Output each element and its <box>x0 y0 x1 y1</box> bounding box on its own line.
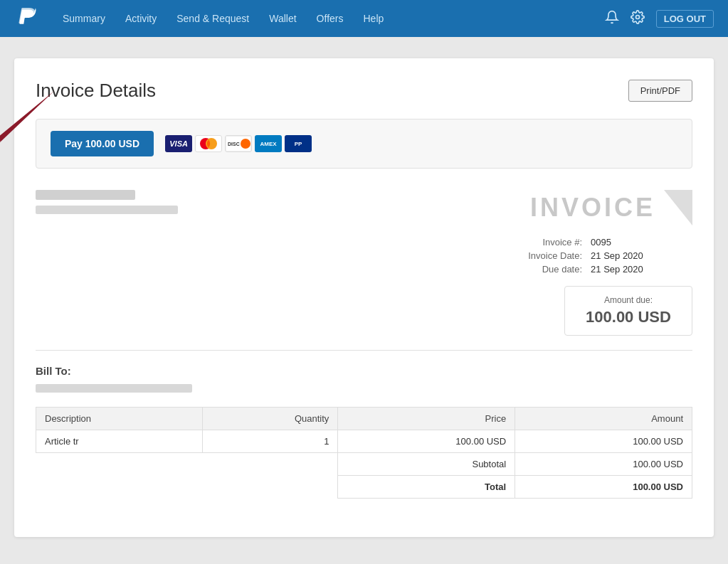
subtotal-label: Subtotal <box>338 453 515 476</box>
row-quantity: 1 <box>202 430 338 453</box>
navbar: Summary Activity Send & Request Wallet O… <box>0 0 728 37</box>
row-price: 100.00 USD <box>338 430 515 453</box>
logout-button[interactable]: LOG OUT <box>656 10 714 28</box>
invoice-number-label: Invoice #: <box>479 237 582 248</box>
row-amount: 100.00 USD <box>515 430 692 453</box>
invoice-card: Invoice Details Print/PDF Pay 100.00 USD… <box>14 58 714 537</box>
amount-due-label: Amount due: <box>579 295 677 305</box>
from-info <box>36 190 479 214</box>
nav-activity[interactable]: Activity <box>117 9 165 28</box>
nav-wallet[interactable]: Wallet <box>260 9 305 28</box>
subtotal-value: 100.00 USD <box>515 453 692 476</box>
total-empty <box>36 476 338 499</box>
row-description: Article tr <box>36 430 203 453</box>
amex-icon: AMEX <box>255 135 282 152</box>
col-quantity: Quantity <box>202 408 338 430</box>
invoice-body: INVOICE Invoice #: 0095 Invoice Date: 21… <box>36 190 692 499</box>
amount-due-value: 100.00 USD <box>579 308 677 326</box>
invoice-watermark: INVOICE <box>479 190 692 225</box>
settings-icon[interactable] <box>631 10 645 28</box>
sender-email-redacted <box>36 206 178 214</box>
subtotal-empty <box>36 453 338 476</box>
due-date-value: 21 Sep 2020 <box>591 264 692 275</box>
mastercard-icon <box>195 135 222 152</box>
section-divider <box>36 350 692 351</box>
pay-section: Pay 100.00 USD VISA DISC <box>36 119 692 169</box>
invoice-title: Invoice Details <box>36 80 156 102</box>
paper-corner-icon <box>664 190 692 225</box>
sender-name-redacted <box>36 190 135 200</box>
bill-to-label: Bill To: <box>36 365 692 377</box>
total-label: Total <box>338 476 515 499</box>
invoice-info-section: INVOICE Invoice #: 0095 Invoice Date: 21… <box>479 190 692 336</box>
paypal-card-icon: PP <box>285 135 312 152</box>
col-amount: Amount <box>515 408 692 430</box>
invoice-header-row: Invoice Details Print/PDF <box>36 80 692 102</box>
nav-offers[interactable]: Offers <box>308 9 352 28</box>
invoice-table: Description Quantity Price Amount Articl… <box>36 407 692 499</box>
subtotal-row: Subtotal 100.00 USD <box>36 453 692 476</box>
due-date-label: Due date: <box>479 264 582 275</box>
amount-due-box: Amount due: 100.00 USD <box>564 286 692 336</box>
paypal-logo[interactable] <box>14 6 40 31</box>
invoice-details-grid: Invoice #: 0095 Invoice Date: 21 Sep 202… <box>479 237 692 275</box>
nav-summary[interactable]: Summary <box>54 9 114 28</box>
total-value: 100.00 USD <box>515 476 692 499</box>
navbar-right: LOG OUT <box>605 10 714 28</box>
notification-icon[interactable] <box>605 10 619 28</box>
nav-help[interactable]: Help <box>354 9 392 28</box>
svg-text:DISC: DISC <box>228 142 240 147</box>
table-row: Article tr 1 100.00 USD 100.00 USD <box>36 430 692 453</box>
invoice-number-value: 0095 <box>591 237 692 248</box>
discover-icon: DISC <box>225 135 252 152</box>
page-wrapper: Invoice Details Print/PDF Pay 100.00 USD… <box>0 37 728 558</box>
pay-now-button[interactable]: Pay 100.00 USD <box>51 131 154 156</box>
visa-icon: VISA <box>165 135 192 152</box>
invoice-date-value: 21 Sep 2020 <box>591 250 692 261</box>
svg-point-7 <box>241 139 250 149</box>
table-header-row: Description Quantity Price Amount <box>36 408 692 430</box>
col-price: Price <box>338 408 515 430</box>
bill-to-email-redacted <box>36 384 192 393</box>
total-row: Total 100.00 USD <box>36 476 692 499</box>
nav-links: Summary Activity Send & Request Wallet O… <box>54 9 605 28</box>
invoice-from-section: INVOICE Invoice #: 0095 Invoice Date: 21… <box>36 190 692 336</box>
invoice-watermark-text: INVOICE <box>530 193 655 223</box>
col-description: Description <box>36 408 203 430</box>
print-pdf-button[interactable]: Print/PDF <box>628 80 692 102</box>
svg-marker-1 <box>0 91 54 162</box>
invoice-date-label: Invoice Date: <box>479 250 582 261</box>
svg-point-0 <box>635 15 639 18</box>
nav-send-request[interactable]: Send & Request <box>168 9 258 28</box>
card-icons: VISA DISC AMEX PP <box>165 135 312 152</box>
